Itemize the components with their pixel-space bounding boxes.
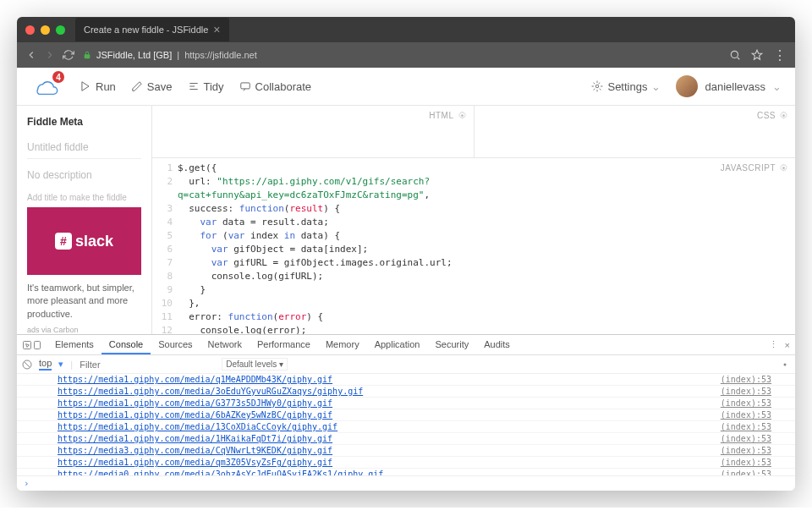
clear-console-icon[interactable] [22,360,32,370]
devtools-tab-network[interactable]: Network [200,336,250,354]
maximize-window-icon[interactable] [56,25,65,35]
url-display[interactable]: JSFiddle, Ltd [GB] | https://jsfiddle.ne… [83,49,721,61]
svg-rect-1 [240,83,250,89]
kebab-menu-icon[interactable]: ⋮ [773,47,787,63]
console-link[interactable]: https://media1.giphy.com/media/qm3Z05Vsy… [58,458,721,467]
console-link[interactable]: https://media1.giphy.com/media/1HKaikaFq… [58,434,721,443]
console-link[interactable]: https://media0.giphy.com/media/3ohzAsYcJ… [58,469,721,475]
devtools-tab-application[interactable]: Application [367,336,428,354]
console-link[interactable]: https://media3.giphy.com/media/CqVNwrLt9… [58,446,721,455]
svg-point-0 [731,51,738,58]
devtools-tab-performance[interactable]: Performance [250,336,318,354]
url-org: JSFiddle, Ltd [GB] [96,50,172,60]
svg-rect-7 [35,341,41,349]
forward-icon[interactable] [44,49,56,61]
advertisement[interactable]: # slack It's teamwork, but simpler, more… [27,207,141,334]
chevron-down-icon: ⌄ [651,80,661,93]
traffic-lights [25,25,65,35]
chevron-down-icon: ⌄ [772,80,782,93]
console-line: https://media1.giphy.com/media/qm3Z05Vsy… [17,457,795,469]
source-location[interactable]: (index):53 [721,410,771,420]
run-button[interactable]: Run [80,80,116,93]
devtools-tab-memory[interactable]: Memory [318,336,367,354]
back-icon[interactable] [25,49,37,61]
star-icon[interactable] [751,49,763,61]
user-menu[interactable]: daniellevass ⌄ [676,75,782,97]
browser-tab[interactable]: Create a new fiddle - JSFiddle × [75,18,229,41]
ad-image: # slack [27,207,141,275]
close-tab-icon[interactable]: × [213,23,220,36]
html-pane[interactable]: HTML [152,106,475,157]
line-gutter: 12 3456789101112 [152,162,173,334]
console-output[interactable]: https://media1.giphy.com/media/q1MeAPDDM… [17,374,795,475]
pencil-icon [131,80,143,92]
lock-icon [83,49,91,61]
console-line: https://media3.giphy.com/media/CqVNwrLt9… [17,445,795,457]
gear-icon[interactable] [779,163,788,173]
devtools-tab-console[interactable]: Console [102,336,151,354]
devtools-tab-security[interactable]: Security [427,336,476,354]
console-line: https://media1.giphy.com/media/q1MeAPDDM… [17,374,795,386]
meta-sidebar: Fiddle Meta Untitled fiddle No descripti… [17,106,152,334]
source-location[interactable]: (index):53 [721,434,771,443]
console-link[interactable]: https://media1.giphy.com/media/G3773s5DJ… [58,398,721,408]
meta-heading: Fiddle Meta [27,116,141,128]
title-input[interactable]: Untitled fiddle [27,136,141,159]
devtools-tab-audits[interactable]: Audits [476,336,518,354]
inspect-icon[interactable] [22,340,32,350]
browser-window: Create a new fiddle - JSFiddle × JSFiddl… [17,17,795,491]
console-line: https://media1.giphy.com/media/13CoXDiaC… [17,421,795,433]
jsfiddle-logo[interactable]: 4 [30,76,61,96]
avatar [676,75,698,97]
console-line: https://media1.giphy.com/media/3oEduYGyv… [17,386,795,398]
save-button[interactable]: Save [131,80,173,93]
source-location[interactable]: (index):53 [721,469,771,475]
collaborate-button[interactable]: Collaborate [239,80,312,93]
svg-point-5 [782,167,785,169]
devtools: ElementsConsoleSourcesNetworkPerformance… [17,334,795,491]
source-location[interactable]: (index):53 [721,446,771,455]
reload-icon[interactable] [63,49,74,61]
devtools-tab-elements[interactable]: Elements [47,336,102,354]
play-icon [80,80,91,92]
description-input[interactable]: No description [27,164,141,186]
source-location[interactable]: (index):53 [721,458,771,467]
tidy-button[interactable]: Tidy [188,80,224,93]
context-selector[interactable]: top [39,358,52,371]
console-link[interactable]: https://media1.giphy.com/media/6bAZKey5w… [58,410,721,420]
close-window-icon[interactable] [25,25,35,35]
gear-icon[interactable] [779,111,788,120]
titlebar: Create a new fiddle - JSFiddle × [17,17,795,42]
more-icon[interactable]: ⋮ [769,339,778,350]
console-prompt[interactable]: › [17,475,795,491]
ide-area: Fiddle Meta Untitled fiddle No descripti… [17,106,795,334]
log-levels-dropdown[interactable]: Default levels ▾ [222,358,288,371]
gear-icon[interactable] [458,111,467,120]
tab-title: Create a new fiddle - JSFiddle [84,25,208,35]
source-location[interactable]: (index):53 [721,398,771,408]
editor-panels: HTML CSS JAVASCRIPT 12 3456789101112 $.g… [152,106,795,334]
minimize-window-icon[interactable] [41,25,50,35]
gear-icon[interactable] [780,360,790,370]
console-link[interactable]: https://media1.giphy.com/media/13CoXDiaC… [58,422,721,431]
meta-hint: Add title to make the fiddle [27,193,141,202]
zoom-icon[interactable] [729,49,741,61]
svg-point-3 [461,114,464,117]
filter-input[interactable] [80,360,215,370]
console-link[interactable]: https://media1.giphy.com/media/q1MeAPDDM… [58,375,721,384]
svg-point-2 [596,85,600,88]
source-location[interactable]: (index):53 [721,375,771,384]
js-pane[interactable]: JAVASCRIPT 12 3456789101112 $.get({ url:… [152,158,795,334]
url-path: https://jsfiddle.net [184,50,257,60]
devtools-tab-sources[interactable]: Sources [151,336,200,354]
console-line: https://media1.giphy.com/media/6bAZKey5w… [17,409,795,421]
code-content[interactable]: $.get({ url: "https://api.giphy.com/v1/g… [178,162,453,334]
notification-badge[interactable]: 4 [52,71,64,83]
source-location[interactable]: (index):53 [721,387,771,396]
source-location[interactable]: (index):53 [721,422,771,431]
settings-button[interactable]: Settings ⌄ [591,80,661,93]
css-pane[interactable]: CSS [475,106,796,157]
console-link[interactable]: https://media1.giphy.com/media/3oEduYGyv… [58,387,721,396]
device-icon[interactable] [32,340,42,350]
close-devtools-icon[interactable]: × [785,340,790,350]
